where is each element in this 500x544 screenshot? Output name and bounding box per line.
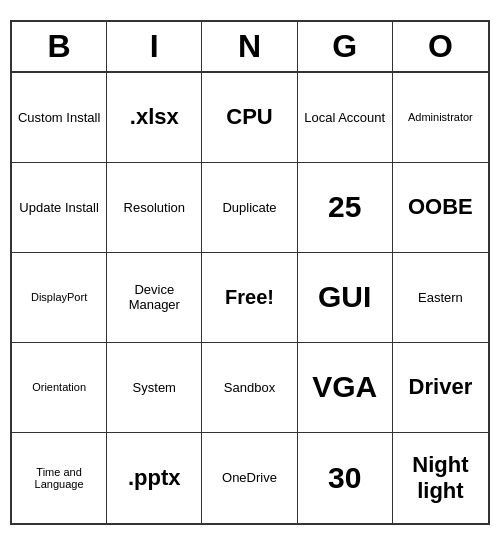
header-letter: N <box>202 22 297 71</box>
bingo-cell: GUI <box>298 253 393 343</box>
bingo-grid: Custom Install.xlsxCPULocal AccountAdmin… <box>12 73 488 523</box>
bingo-cell: Time and Language <box>12 433 107 523</box>
header-letter: G <box>298 22 393 71</box>
header-letter: B <box>12 22 107 71</box>
bingo-cell: CPU <box>202 73 297 163</box>
bingo-header: BINGO <box>12 22 488 73</box>
bingo-cell: Administrator <box>393 73 488 163</box>
bingo-cell: Duplicate <box>202 163 297 253</box>
bingo-cell: Update Install <box>12 163 107 253</box>
bingo-cell: Eastern <box>393 253 488 343</box>
bingo-cell: Device Manager <box>107 253 202 343</box>
bingo-cell: System <box>107 343 202 433</box>
bingo-cell: .xlsx <box>107 73 202 163</box>
bingo-cell: Driver <box>393 343 488 433</box>
bingo-cell: Night light <box>393 433 488 523</box>
bingo-cell: OneDrive <box>202 433 297 523</box>
bingo-cell: Orientation <box>12 343 107 433</box>
bingo-cell: DisplayPort <box>12 253 107 343</box>
bingo-cell: 30 <box>298 433 393 523</box>
bingo-cell: Resolution <box>107 163 202 253</box>
bingo-cell: Sandbox <box>202 343 297 433</box>
bingo-cell: Local Account <box>298 73 393 163</box>
header-letter: I <box>107 22 202 71</box>
bingo-cell: OOBE <box>393 163 488 253</box>
bingo-cell: .pptx <box>107 433 202 523</box>
bingo-cell: Custom Install <box>12 73 107 163</box>
bingo-cell: VGA <box>298 343 393 433</box>
bingo-card: BINGO Custom Install.xlsxCPULocal Accoun… <box>10 20 490 525</box>
bingo-cell: 25 <box>298 163 393 253</box>
bingo-cell: Free! <box>202 253 297 343</box>
header-letter: O <box>393 22 488 71</box>
